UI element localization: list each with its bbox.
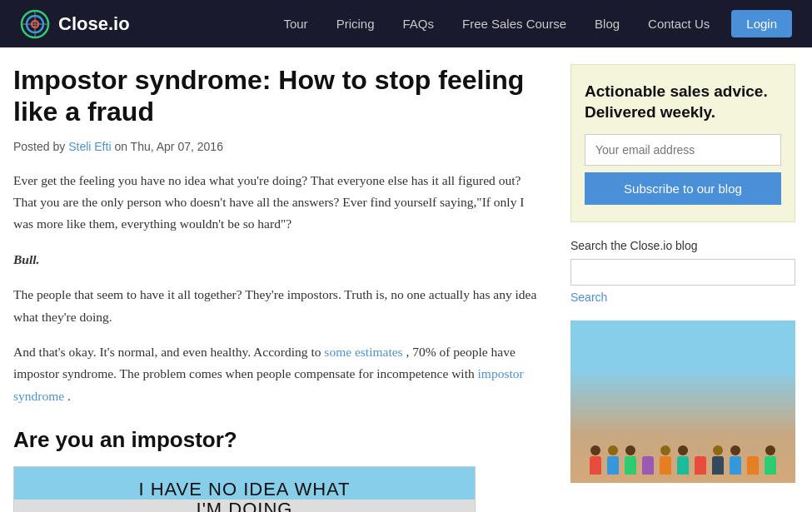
team-photo — [570, 321, 795, 483]
search-section: Search the Close.io blog Search — [570, 239, 795, 304]
nav-free-sales-course[interactable]: Free Sales Course — [451, 10, 578, 37]
logo[interactable]: Close.io — [20, 9, 130, 39]
subscribe-button[interactable]: Subscribe to our blog — [585, 172, 781, 205]
subscribe-box: Actionable sales advice. Delivered weekl… — [570, 64, 795, 222]
subscribe-headline: Actionable sales advice. Delivered weekl… — [585, 82, 781, 122]
sidebar: Actionable sales advice. Delivered weekl… — [570, 64, 795, 512]
person-3 — [623, 445, 638, 475]
para4-end: . — [67, 389, 71, 403]
nav-tour[interactable]: Tour — [271, 10, 319, 37]
person-1 — [588, 445, 603, 475]
meta-suffix: on Thu, Apr 07, 2016 — [114, 140, 223, 153]
person-9 — [728, 445, 743, 475]
paragraph-2: Bull. — [13, 249, 545, 271]
nav-links: Tour Pricing FAQs Free Sales Course Blog… — [271, 10, 792, 37]
meme-text: I HAVE NO IDEA WHAT I'M DOING — [132, 473, 356, 512]
article-title: Impostor syndrome: How to stop feeling l… — [13, 64, 545, 128]
paragraph-3: The people that seem to have it all toge… — [13, 284, 545, 328]
meme-image: I HAVE NO IDEA WHAT I'M DOING — [13, 466, 476, 512]
person-4 — [640, 445, 655, 475]
nav-pricing[interactable]: Pricing — [325, 10, 386, 37]
search-input[interactable] — [570, 259, 795, 286]
navigation: Close.io Tour Pricing FAQs Free Sales Co… — [0, 0, 812, 47]
section-heading-impostor: Are you an impostor? — [13, 427, 545, 453]
person-6 — [675, 445, 690, 475]
person-10 — [745, 445, 760, 475]
some-estimates-link[interactable]: some estimates — [324, 345, 402, 359]
paragraph-4: And that's okay. It's normal, and even h… — [13, 341, 545, 407]
nav-blog[interactable]: Blog — [583, 10, 631, 37]
person-2 — [605, 445, 620, 475]
person-8 — [710, 445, 725, 475]
main-content: Impostor syndrome: How to stop feeling l… — [13, 64, 545, 512]
nav-login[interactable]: Login — [731, 10, 792, 37]
article-meta: Posted by Steli Efti on Thu, Apr 07, 201… — [13, 140, 545, 153]
para4-pre: And that's okay. It's normal, and even h… — [13, 345, 321, 359]
person-11 — [763, 445, 778, 475]
paragraph-1: Ever get the feeling you have no idea wh… — [13, 170, 545, 236]
article-body: Ever get the feeling you have no idea wh… — [13, 170, 545, 512]
meme-line2: I'M DOING — [197, 499, 293, 512]
logo-text: Close.io — [58, 13, 130, 35]
search-link[interactable]: Search — [570, 291, 795, 304]
logo-icon — [20, 9, 50, 39]
meta-prefix: Posted by — [13, 140, 65, 153]
nav-faqs[interactable]: FAQs — [391, 10, 446, 37]
person-5 — [658, 445, 673, 475]
author-link[interactable]: Steli Efti — [68, 140, 111, 153]
person-7 — [693, 445, 708, 475]
meme-line1: I HAVE NO IDEA WHAT — [138, 479, 350, 500]
nav-contact-us[interactable]: Contact Us — [636, 10, 721, 37]
people-group — [588, 445, 778, 483]
email-input[interactable] — [585, 134, 781, 166]
search-label: Search the Close.io blog — [570, 239, 795, 252]
